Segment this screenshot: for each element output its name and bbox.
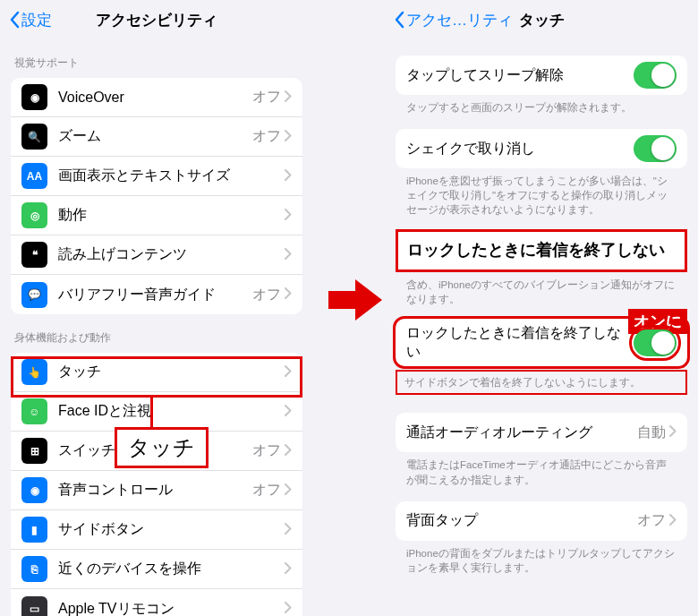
callout-big-title: ロックしたときに着信を終了しない bbox=[396, 229, 687, 271]
row-icon: ⊞ bbox=[21, 438, 47, 464]
row-value: オフ bbox=[252, 441, 281, 460]
visual-row-0[interactable]: ◉VoiceOverオフ bbox=[11, 78, 302, 117]
note-lock: サイドボタンで着信を終了しないようにします。 bbox=[396, 370, 687, 395]
chevron-right-icon bbox=[285, 561, 292, 578]
row-label: 近くのデバイスを操作 bbox=[58, 560, 285, 578]
callout-label-touch: タッチ bbox=[115, 427, 209, 468]
group-audio: 通話オーディオルーティング 自動 bbox=[396, 413, 687, 452]
row-label: サイドボタン bbox=[58, 520, 285, 539]
row-shake-undo[interactable]: シェイクで取り消し bbox=[396, 129, 687, 168]
group-shake: シェイクで取り消し bbox=[396, 129, 687, 168]
motor-row-3[interactable]: ◉音声コントロールオフ bbox=[11, 471, 302, 510]
visual-row-4[interactable]: ❝読み上げコンテンツ bbox=[11, 235, 302, 275]
chevron-right-icon bbox=[285, 90, 292, 106]
back-button[interactable]: 設定 bbox=[9, 10, 52, 30]
row-label: 読み上げコンテンツ bbox=[58, 245, 285, 264]
row-value: オフ bbox=[252, 481, 281, 500]
row-icon: ▮ bbox=[21, 517, 47, 543]
row-value: 自動 bbox=[637, 424, 666, 442]
motor-row-4[interactable]: ▮サイドボタン bbox=[11, 510, 302, 550]
back-label: アクセ…リティ bbox=[406, 10, 513, 30]
switch-tap-wake[interactable] bbox=[634, 62, 677, 89]
chevron-right-icon bbox=[285, 247, 292, 263]
switch-lock-call[interactable] bbox=[634, 329, 677, 356]
chevron-right-icon bbox=[285, 168, 292, 184]
row-value: オフ bbox=[252, 88, 281, 107]
chevron-left-icon bbox=[9, 11, 20, 29]
left-screen: 設定 アクセシビリティ 視覚サポート ◉VoiceOverオフ🔍ズームオフAA画… bbox=[0, 0, 313, 616]
row-label: Apple TVリモコン bbox=[58, 600, 285, 617]
row-icon: ◎ bbox=[21, 202, 47, 228]
row-icon: ☺ bbox=[21, 398, 47, 424]
row-value: オフ bbox=[252, 286, 281, 304]
chevron-right-icon bbox=[285, 483, 292, 499]
row-icon: 🔍 bbox=[21, 124, 47, 150]
arrow-icon bbox=[324, 269, 387, 335]
chevron-left-icon bbox=[394, 11, 404, 29]
row-label: 画面表示とテキストサイズ bbox=[58, 167, 285, 185]
group-motor: 👆タッチ☺Face IDと注視⊞スイッチコントロールオフ◉音声コントロールオフ▮… bbox=[11, 353, 302, 616]
row-label: バリアフリー音声ガイド bbox=[58, 286, 252, 304]
row-value: オフ bbox=[637, 511, 666, 530]
row-audio-routing[interactable]: 通話オーディオルーティング 自動 bbox=[396, 413, 687, 452]
row-tap-wake[interactable]: タップしてスリープ解除 bbox=[396, 56, 687, 95]
visual-row-1[interactable]: 🔍ズームオフ bbox=[11, 117, 302, 157]
chevron-right-icon bbox=[285, 404, 292, 420]
row-back-tap[interactable]: 背面タップ オフ bbox=[396, 501, 687, 541]
row-icon: AA bbox=[21, 163, 47, 189]
navbar: アクセ…リティ タッチ bbox=[385, 0, 698, 39]
chevron-right-icon bbox=[285, 364, 292, 381]
row-label: タップしてスリープ解除 bbox=[406, 66, 634, 85]
row-label: ロックしたときに着信を終了しない bbox=[406, 324, 634, 362]
row-label: VoiceOver bbox=[58, 90, 252, 106]
group-visual: ◉VoiceOverオフ🔍ズームオフAA画面表示とテキストサイズ◎動作❝読み上げ… bbox=[11, 78, 302, 314]
row-icon: 👆 bbox=[21, 359, 47, 385]
right-screen: アクセ…リティ タッチ タップしてスリープ解除 タップすると画面のスリープが解除… bbox=[385, 0, 698, 616]
chevron-right-icon bbox=[669, 513, 677, 529]
row-icon: ◉ bbox=[21, 477, 47, 503]
chevron-right-icon bbox=[285, 522, 292, 538]
chevron-right-icon bbox=[285, 601, 292, 616]
group-tap: タップしてスリープ解除 bbox=[396, 56, 687, 95]
row-icon: ◉ bbox=[21, 84, 47, 110]
chevron-right-icon bbox=[669, 424, 677, 441]
note-tap: タップすると画面のスリープが解除されます。 bbox=[385, 95, 698, 115]
chevron-right-icon bbox=[285, 208, 292, 224]
row-icon: ⎘ bbox=[21, 556, 47, 582]
row-label: ズーム bbox=[58, 127, 252, 146]
row-value: オフ bbox=[252, 127, 281, 146]
visual-row-5[interactable]: 💬バリアフリー音声ガイドオフ bbox=[11, 275, 302, 314]
section-header-visual: 視覚サポート bbox=[0, 39, 313, 78]
row-icon: 💬 bbox=[21, 282, 47, 308]
row-label: 音声コントロール bbox=[58, 481, 252, 500]
note-audio: 電話またはFaceTimeオーディオ通話中にどこから音声が聞こえるか指定します。 bbox=[385, 452, 698, 486]
motor-row-5[interactable]: ⎘近くのデバイスを操作 bbox=[11, 550, 302, 589]
chevron-right-icon bbox=[285, 287, 292, 303]
back-button[interactable]: アクセ…リティ bbox=[394, 10, 513, 30]
back-label: 設定 bbox=[21, 10, 52, 30]
row-label: 背面タップ bbox=[406, 511, 637, 530]
motor-row-1[interactable]: ☺Face IDと注視 bbox=[11, 392, 302, 432]
row-label: シェイクで取り消し bbox=[406, 140, 634, 158]
row-label: タッチ bbox=[58, 363, 285, 381]
visual-row-3[interactable]: ◎動作 bbox=[11, 196, 302, 235]
motor-row-0[interactable]: 👆タッチ bbox=[11, 353, 302, 392]
row-label: 通話オーディオルーティング bbox=[406, 424, 637, 442]
group-backtap: 背面タップ オフ bbox=[396, 501, 687, 541]
chevron-right-icon bbox=[285, 129, 292, 145]
row-icon: ❝ bbox=[21, 242, 47, 268]
switch-shake-undo[interactable] bbox=[634, 135, 677, 162]
visual-row-2[interactable]: AA画面表示とテキストサイズ bbox=[11, 157, 302, 196]
row-label: Face IDと注視 bbox=[58, 402, 285, 421]
note-backtap: iPhoneの背面をダブルまたはトリプルタップしてアクションを素早く実行します。 bbox=[385, 541, 698, 575]
navbar: 設定 アクセシビリティ bbox=[0, 0, 313, 39]
motor-row-6[interactable]: ▭Apple TVリモコン bbox=[11, 589, 302, 616]
note-shake: iPhoneを意図せず振ってしまうことが多い場合は、"シェイクで取り消し"をオフ… bbox=[385, 168, 698, 217]
row-label: 動作 bbox=[58, 206, 285, 225]
note-callout: 含め、iPhoneのすべてのバイブレーション通知がオフになります。 bbox=[385, 272, 698, 306]
row-icon: ▭ bbox=[21, 596, 47, 617]
chevron-right-icon bbox=[285, 443, 292, 459]
section-header-motor: 身体機能および動作 bbox=[0, 314, 313, 353]
